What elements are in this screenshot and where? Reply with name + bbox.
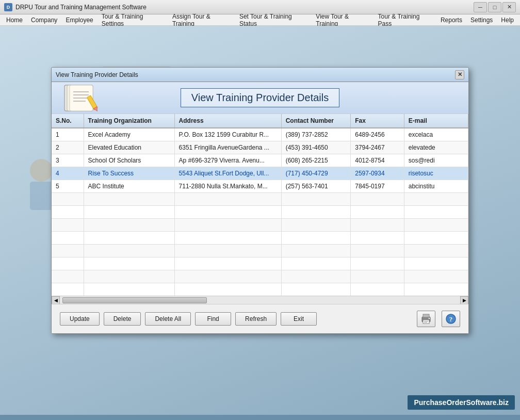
cell-org: Elevated Education [84,141,174,154]
cell-fax: 2597-0934 [351,167,404,180]
table-row[interactable]: 1 Excel Academy P.O. Box 132 1599 Curabi… [52,128,468,141]
data-table-container: S.No. Training Organization Address Cont… [52,114,468,296]
modal-header-banner: View Training Provider Details [52,82,468,114]
cell-address: 6351 Fringilla AvenueGardena ... [174,141,281,154]
empty-row [52,245,468,257]
scroll-track[interactable] [60,296,460,304]
empty-row [52,206,468,219]
print-button[interactable] [417,311,435,327]
col-sno: S.No. [52,114,84,128]
cell-contact: (717) 450-4729 [281,167,351,180]
cell-fax: 7845-0197 [351,180,404,193]
horizontal-scrollbar[interactable]: ◀ ▶ [52,296,468,304]
button-bar: Update Delete Delete All Find Refresh Ex… [52,304,468,333]
cell-org: School Of Scholars [84,154,174,167]
update-button[interactable]: Update [60,312,100,326]
maximize-button[interactable]: □ [488,2,501,12]
minimize-button[interactable]: ─ [474,2,487,12]
cell-address: P.O. Box 132 1599 Curabitur R... [174,128,281,141]
cell-email: excelaca [404,128,468,141]
empty-row [52,257,468,270]
app-close-button[interactable]: ✕ [502,2,516,12]
menu-settings[interactable]: Settings [466,15,497,25]
cell-email: abcinstitu [404,180,468,193]
menu-home[interactable]: Home [2,15,27,25]
menu-help[interactable]: Help [497,15,518,25]
menu-reports[interactable]: Reports [436,15,466,25]
exit-button[interactable]: Exit [281,312,317,326]
help-button[interactable]: ? [442,311,460,327]
svg-rect-16 [423,314,429,317]
header-icon-area [62,83,106,114]
cell-email: sos@redi [404,154,468,167]
empty-row [52,232,468,245]
book-icon [62,83,106,114]
svg-point-20 [429,318,430,319]
cell-contact: (257) 563-7401 [281,180,351,193]
refresh-button[interactable]: Refresh [235,312,277,326]
provider-table: S.No. Training Organization Address Cont… [52,114,468,296]
print-icon [420,313,432,325]
title-bar-left: D DRPU Tour and Training Management Soft… [4,3,147,11]
cell-contact: (608) 265-2215 [281,154,351,167]
cell-email: elevatede [404,141,468,154]
cell-email: risetosuc [404,167,468,180]
modal-overlay: View Training Provider Details ✕ [0,26,520,415]
cell-fax: 6489-2456 [351,128,404,141]
table-header-row: S.No. Training Organization Address Cont… [52,114,468,128]
cell-org: ABC Institute [84,180,174,193]
modal-dialog: View Training Provider Details ✕ [51,67,469,334]
cell-sno: 1 [52,128,84,141]
find-button[interactable]: Find [195,312,231,326]
empty-row [52,270,468,283]
delete-all-button[interactable]: Delete All [145,312,191,326]
title-bar-controls: ─ □ ✕ [474,2,516,12]
col-org: Training Organization [84,114,174,128]
col-contact: Contact Number [281,114,351,128]
cell-fax: 3794-2467 [351,141,404,154]
cell-sno: 3 [52,154,84,167]
menu-company[interactable]: Company [27,15,61,25]
menu-employee[interactable]: Employee [61,15,97,25]
menu-bar: Home Company Employee Tour & Training Se… [0,14,520,26]
svg-rect-17 [423,320,429,324]
svg-text:?: ? [449,315,453,323]
table-row[interactable]: 4 Rise To Success 5543 Aliquet St.Fort D… [52,167,468,180]
watermark: PurchaseOrderSoftware.biz [408,395,515,410]
app-title: DRPU Tour and Training Management Softwa… [15,4,147,11]
table-row[interactable]: 5 ABC Institute 711-2880 Nulla St.Mankat… [52,180,468,193]
scroll-left-button[interactable]: ◀ [52,296,60,304]
col-address: Address [174,114,281,128]
delete-button[interactable]: Delete [104,312,141,326]
help-icon: ? [445,313,457,325]
cell-org: Excel Academy [84,128,174,141]
cell-address: Ap #696-3279 Viverra. Avenu... [174,154,281,167]
empty-row [52,283,468,296]
modal-close-button[interactable]: ✕ [455,70,464,79]
col-fax: Fax [351,114,404,128]
cell-sno: 5 [52,180,84,193]
svg-rect-18 [424,321,428,321]
cell-org: Rise To Success [84,167,174,180]
modal-title: View Training Provider Details [56,71,138,78]
col-email: E-mail [404,114,468,128]
empty-row [52,193,468,206]
cell-contact: (389) 737-2852 [281,128,351,141]
background-area: View Training Provider Details ✕ [0,26,520,415]
scroll-thumb[interactable] [62,297,207,303]
app-icon: D [4,3,12,11]
cell-address: 711-2880 Nulla St.Mankato, M... [174,180,281,193]
modal-header-title: View Training Provider Details [181,88,339,107]
svg-rect-19 [424,322,427,322]
empty-row [52,219,468,232]
scroll-right-button[interactable]: ▶ [460,296,468,304]
table-row[interactable]: 3 School Of Scholars Ap #696-3279 Viverr… [52,154,468,167]
cell-contact: (453) 391-4650 [281,141,351,154]
modal-title-bar: View Training Provider Details ✕ [52,68,468,82]
table-row[interactable]: 2 Elevated Education 6351 Fringilla Aven… [52,141,468,154]
cell-fax: 4012-8754 [351,154,404,167]
cell-sno: 4 [52,167,84,180]
cell-sno: 2 [52,141,84,154]
cell-address: 5543 Aliquet St.Fort Dodge, Ull... [174,167,281,180]
